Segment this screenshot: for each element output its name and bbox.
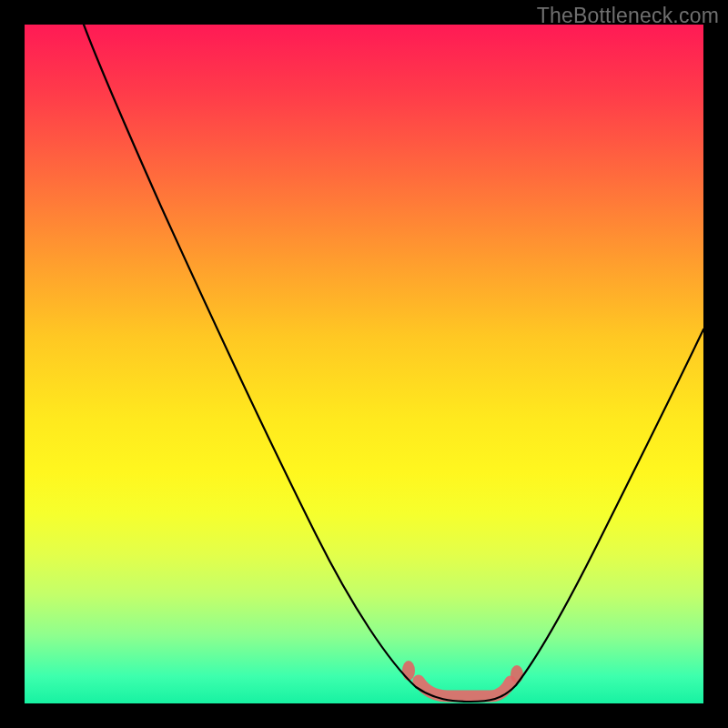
minimum-right-nub-icon: [511, 665, 523, 683]
chart-plot-area: [25, 25, 703, 703]
watermark-text: TheBottleneck.com: [537, 4, 719, 28]
minimum-left-nub-icon: [402, 661, 415, 681]
bottleneck-curve: [84, 25, 703, 702]
minimum-highlight-marker: [419, 681, 511, 696]
chart-outer-frame: TheBottleneck.com: [0, 0, 728, 728]
chart-svg: [25, 25, 703, 703]
